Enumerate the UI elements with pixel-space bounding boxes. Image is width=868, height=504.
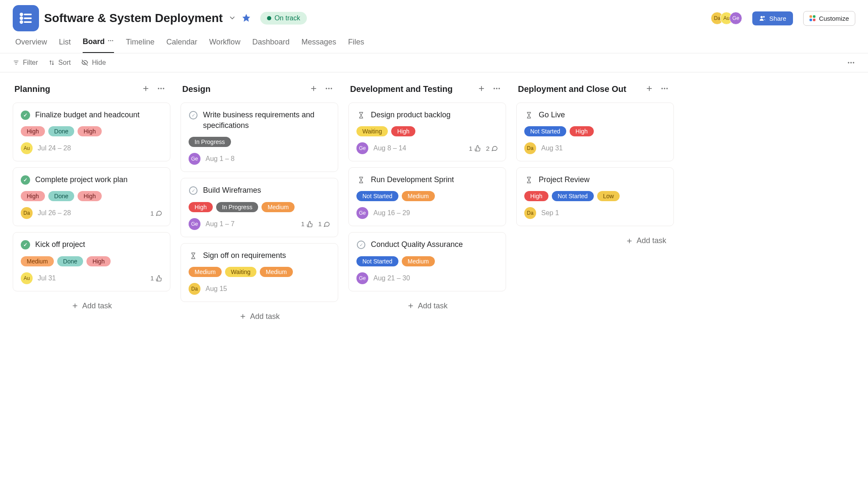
task-card[interactable]: Complete project work planHighDoneHighDa… (13, 167, 170, 226)
add-card-button[interactable] (306, 83, 321, 96)
tab-files[interactable]: Files (348, 37, 364, 53)
tag[interactable]: Medium (21, 256, 54, 266)
hourglass-icon[interactable] (524, 111, 534, 120)
assignee-avatar[interactable]: Ge (356, 142, 368, 154)
assignee-avatar[interactable]: Ge (356, 207, 368, 219)
tag[interactable]: Not Started (356, 256, 398, 266)
add-card-button[interactable] (642, 83, 657, 96)
avatar-stack[interactable]: Da Au Ge (711, 12, 742, 25)
tag[interactable]: Not Started (552, 191, 594, 201)
tag[interactable]: Medium (402, 256, 435, 266)
tag[interactable]: Medium (260, 267, 293, 277)
assignee-avatar[interactable]: Da (524, 142, 536, 154)
tag[interactable]: Medium (402, 191, 435, 201)
assignee-avatar[interactable]: Da (524, 207, 536, 219)
tab-timeline[interactable]: Timeline (126, 37, 154, 53)
task-card[interactable]: Run Development SprintNot StartedMediumG… (348, 167, 506, 226)
task-card[interactable]: Project ReviewHighNot StartedLowDaSep 1 (516, 167, 674, 226)
tag[interactable]: High (21, 191, 45, 201)
like-count[interactable]: 1 (150, 274, 162, 282)
tag[interactable]: High (78, 191, 102, 201)
tag[interactable]: Done (48, 191, 74, 201)
column-more-button[interactable] (321, 83, 337, 96)
assignee-avatar[interactable]: Au (21, 142, 33, 154)
assignee-avatar[interactable]: Ge (356, 272, 368, 284)
tab-calendar[interactable]: Calendar (166, 37, 197, 53)
task-card[interactable]: Build WireframesHighIn ProgressMediumGeA… (181, 178, 338, 237)
tag[interactable]: Low (597, 191, 620, 201)
tag[interactable]: Waiting (225, 267, 256, 277)
tag[interactable]: High (570, 126, 594, 136)
tab-workflow[interactable]: Workflow (209, 37, 240, 53)
check-complete-icon[interactable] (21, 111, 30, 120)
tag[interactable]: Waiting (356, 126, 388, 136)
check-circle-icon[interactable] (189, 111, 198, 120)
assignee-avatar[interactable]: Ge (189, 218, 200, 230)
assignee-avatar[interactable]: Da (21, 207, 33, 219)
comment-count[interactable]: 2 (486, 145, 498, 152)
hide-button[interactable]: Hide (81, 59, 106, 66)
comment-count[interactable]: 1 (318, 220, 330, 227)
hourglass-icon[interactable] (356, 175, 366, 185)
add-card-button[interactable] (138, 83, 153, 96)
column-title[interactable]: Design (182, 84, 306, 94)
more-icon[interactable] (107, 37, 114, 46)
task-card[interactable]: Finalize budget and headcountHighDoneHig… (13, 102, 170, 161)
task-card[interactable]: Sign off on requirementsMediumWaitingMed… (181, 243, 338, 302)
add-card-button[interactable] (474, 83, 489, 96)
tag[interactable]: High (78, 126, 102, 136)
task-card[interactable]: Write business requirements and specific… (181, 102, 338, 172)
customize-button[interactable]: Customize (803, 11, 855, 26)
avatar[interactable]: Ge (729, 12, 742, 25)
tag[interactable]: Done (48, 126, 74, 136)
task-card[interactable]: Go LiveNot StartedHighDaAug 31 (516, 102, 674, 161)
task-card[interactable]: Kick off projectMediumDoneHighAuJul 311 (13, 232, 170, 291)
assignee-avatar[interactable]: Au (21, 272, 33, 284)
tag[interactable]: Medium (262, 202, 295, 212)
column-more-button[interactable] (657, 83, 672, 96)
tag[interactable]: Medium (189, 267, 222, 277)
like-count[interactable]: 1 (469, 145, 481, 152)
star-icon[interactable] (242, 13, 251, 24)
column-title[interactable]: Planning (14, 84, 138, 94)
tag[interactable]: High (189, 202, 213, 212)
hourglass-icon[interactable] (356, 111, 366, 120)
status-pill[interactable]: On track (260, 12, 307, 25)
tag[interactable]: Not Started (356, 191, 398, 201)
like-count[interactable]: 1 (301, 220, 313, 227)
tag[interactable]: High (21, 126, 45, 136)
tag[interactable]: In Progress (216, 202, 259, 212)
tag[interactable]: Done (57, 256, 83, 266)
check-complete-icon[interactable] (21, 240, 30, 249)
tag[interactable]: High (524, 191, 548, 201)
check-circle-icon[interactable] (189, 186, 198, 195)
check-circle-icon[interactable] (356, 240, 366, 249)
assignee-avatar[interactable]: Ge (189, 153, 200, 165)
tag[interactable]: High (86, 256, 111, 266)
add-task-button[interactable]: Add task (13, 297, 170, 315)
tab-list[interactable]: List (59, 37, 71, 53)
tag[interactable]: In Progress (189, 137, 231, 147)
project-title[interactable]: Software & System Deployment (44, 11, 223, 25)
tab-overview[interactable]: Overview (15, 37, 47, 53)
tab-dashboard[interactable]: Dashboard (252, 37, 289, 53)
tab-board[interactable]: Board (83, 37, 114, 53)
check-complete-icon[interactable] (21, 175, 30, 185)
task-card[interactable]: Conduct Quality AssuranceNot StartedMedi… (348, 232, 506, 291)
assignee-avatar[interactable]: Da (189, 283, 200, 295)
task-card[interactable]: Design product backlogWaitingHighGeAug 8… (348, 102, 506, 161)
tag[interactable]: Not Started (524, 126, 566, 136)
tag[interactable]: High (391, 126, 415, 136)
share-button[interactable]: Share (752, 11, 793, 25)
add-task-button[interactable]: Add task (348, 297, 506, 315)
column-title[interactable]: Deployment and Close Out (518, 84, 642, 94)
column-title[interactable]: Development and Testing (350, 84, 474, 94)
column-more-button[interactable] (153, 83, 169, 96)
more-options-button[interactable] (847, 58, 855, 67)
filter-button[interactable]: Filter (13, 59, 38, 66)
add-task-button[interactable]: Add task (181, 308, 338, 325)
hourglass-icon[interactable] (189, 251, 198, 260)
hourglass-icon[interactable] (524, 175, 534, 185)
add-task-button[interactable]: Add task (516, 232, 674, 249)
tab-messages[interactable]: Messages (301, 37, 336, 53)
